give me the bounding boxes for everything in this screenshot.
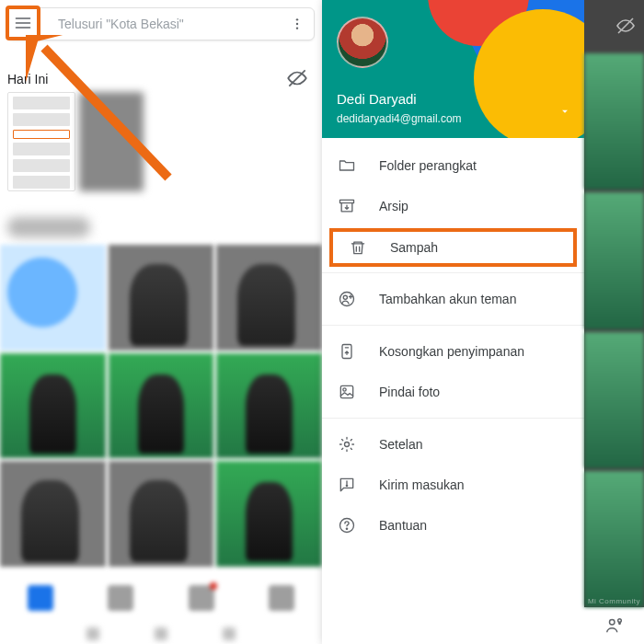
drawer-item-label: Arsip xyxy=(379,199,408,213)
feedback-icon xyxy=(337,475,357,495)
trash-icon xyxy=(348,237,368,258)
drawer-item-label: Kosongkan penyimpanan xyxy=(379,344,524,359)
photo-cell[interactable] xyxy=(216,461,322,567)
photo-thumb xyxy=(79,92,144,191)
user-email: dedidaryadi4@gmail.com xyxy=(337,112,462,125)
svg-rect-9 xyxy=(340,385,352,397)
watermark: Mi Community xyxy=(588,597,640,605)
drawer-item-folder[interactable]: Folder perangkat xyxy=(322,145,584,186)
bottom-nav xyxy=(0,578,322,618)
svg-point-14 xyxy=(346,528,347,529)
more-menu-icon[interactable] xyxy=(286,17,308,31)
android-nav-bar xyxy=(0,624,322,644)
drawer-item-scan[interactable]: Pindai foto xyxy=(322,372,584,412)
drawer-item-archive[interactable]: Arsip xyxy=(322,186,584,226)
svg-point-10 xyxy=(343,388,346,391)
visibility-off-icon xyxy=(615,15,637,37)
user-name: Dedi Daryadi xyxy=(337,91,417,107)
gear-icon xyxy=(337,434,357,454)
photo-cell[interactable] xyxy=(216,353,322,459)
svg-point-12 xyxy=(346,485,347,486)
photo-cell[interactable] xyxy=(0,461,106,567)
nav-assistant[interactable] xyxy=(189,585,214,611)
drawer-item-label: Pindai foto xyxy=(379,385,440,399)
photo-grid xyxy=(0,245,322,567)
photo-thumb xyxy=(584,471,644,607)
sharing-icon xyxy=(604,615,625,636)
drawer-menu: Folder perangkatArsipSampahTambahkan aku… xyxy=(322,138,584,553)
drawer-item-label: Setelan xyxy=(379,437,422,452)
archive-icon xyxy=(337,196,357,216)
drawer-item-label: Folder perangkat xyxy=(379,158,477,173)
avatar[interactable] xyxy=(337,17,388,68)
svg-point-2 xyxy=(296,27,298,29)
search-bar[interactable]: Telusuri "Kota Bekasi" xyxy=(7,7,315,40)
svg-point-11 xyxy=(345,443,350,447)
photo-thumb xyxy=(584,192,644,328)
drawer-item-gear[interactable]: Setelan xyxy=(322,424,584,465)
drawer-item-feedback[interactable]: Kirim masukan xyxy=(322,465,584,505)
svg-point-0 xyxy=(296,18,298,20)
nav-sharing[interactable] xyxy=(269,585,294,611)
section-title-week xyxy=(7,217,90,237)
mini-drawer-preview xyxy=(7,92,75,191)
photo-thumb xyxy=(584,53,644,190)
photo-cell[interactable] xyxy=(216,245,322,351)
svg-rect-5 xyxy=(340,200,354,202)
drawer-item-label: Tambahkan akun teman xyxy=(379,292,516,306)
drawer-item-label: Bantuan xyxy=(379,518,427,533)
drawer-item-trash[interactable]: Sampah xyxy=(329,228,577,267)
drawer-item-person-add[interactable]: Tambahkan akun teman xyxy=(322,279,584,319)
storage-icon xyxy=(337,341,357,362)
photo-cell[interactable] xyxy=(0,353,106,459)
photo-cell[interactable] xyxy=(0,245,106,351)
help-icon xyxy=(337,515,357,535)
photo-cell[interactable] xyxy=(109,245,214,351)
visibility-off-icon[interactable] xyxy=(285,66,309,90)
left-screenshot: Telusuri "Kota Bekasi" Hari Ini xyxy=(0,0,322,644)
folder-icon xyxy=(337,155,357,176)
underlying-app-strip xyxy=(584,0,644,644)
svg-point-17 xyxy=(617,619,621,623)
person-add-icon xyxy=(337,289,357,309)
hamburger-menu-button[interactable] xyxy=(6,6,40,40)
scan-icon xyxy=(337,382,357,402)
photo-cell[interactable] xyxy=(109,353,214,459)
photo-thumb xyxy=(584,332,644,468)
svg-point-16 xyxy=(609,620,615,626)
drawer-item-label: Sampah xyxy=(390,240,438,255)
svg-point-7 xyxy=(343,295,347,299)
photo-cell[interactable] xyxy=(109,461,214,567)
nav-drawer: Dedi Daryadi dedidaryadi4@gmail.com Fold… xyxy=(322,0,584,644)
nav-albums[interactable] xyxy=(108,585,133,611)
drawer-item-help[interactable]: Bantuan xyxy=(322,505,584,546)
drawer-item-storage[interactable]: Kosongkan penyimpanan xyxy=(322,331,584,372)
account-dropdown-icon[interactable] xyxy=(558,105,571,121)
search-placeholder: Telusuri "Kota Bekasi" xyxy=(14,17,286,31)
drawer-item-label: Kirim masukan xyxy=(379,477,465,492)
svg-point-1 xyxy=(296,23,298,25)
nav-photos[interactable] xyxy=(28,585,53,611)
right-screenshot: Dedi Daryadi dedidaryadi4@gmail.com Fold… xyxy=(322,0,644,644)
section-title-today: Hari Ini xyxy=(7,72,48,86)
drawer-header[interactable]: Dedi Daryadi dedidaryadi4@gmail.com xyxy=(322,0,584,138)
